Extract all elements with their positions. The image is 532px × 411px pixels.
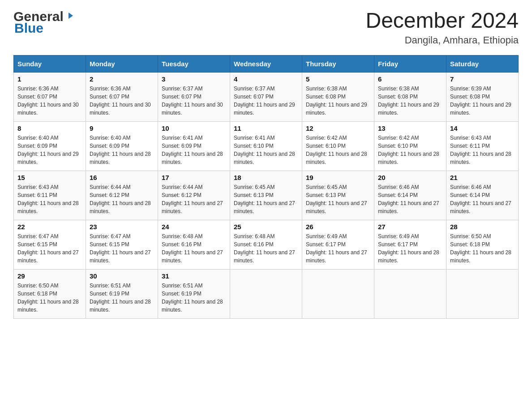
calendar-cell: 18Sunrise: 6:45 AMSunset: 6:13 PMDayligh… [230, 171, 302, 220]
day-number: 4 [234, 75, 298, 83]
day-info: Sunrise: 6:44 AMSunset: 6:12 PMDaylight:… [90, 183, 154, 215]
calendar-cell: 2Sunrise: 6:36 AMSunset: 6:07 PMDaylight… [86, 72, 158, 121]
week-row-2: 8Sunrise: 6:40 AMSunset: 6:09 PMDaylight… [14, 121, 519, 171]
calendar-cell: 25Sunrise: 6:48 AMSunset: 6:16 PMDayligh… [230, 220, 302, 269]
calendar-cell: 27Sunrise: 6:49 AMSunset: 6:17 PMDayligh… [374, 220, 446, 269]
calendar-cell: 30Sunrise: 6:51 AMSunset: 6:19 PMDayligh… [86, 269, 158, 318]
day-info: Sunrise: 6:43 AMSunset: 6:11 PMDaylight:… [17, 183, 82, 215]
calendar-cell: 29Sunrise: 6:50 AMSunset: 6:18 PMDayligh… [14, 269, 86, 318]
day-info: Sunrise: 6:50 AMSunset: 6:18 PMDaylight:… [17, 282, 82, 314]
day-info: Sunrise: 6:47 AMSunset: 6:15 PMDaylight:… [17, 232, 82, 265]
calendar-cell [230, 269, 302, 318]
calendar-cell: 9Sunrise: 6:40 AMSunset: 6:09 PMDaylight… [86, 121, 158, 171]
day-info: Sunrise: 6:38 AMSunset: 6:08 PMDaylight:… [378, 85, 442, 117]
day-number: 6 [378, 75, 442, 83]
logo: General Blue [13, 9, 75, 36]
calendar-cell [302, 269, 374, 318]
location-subtitle: Dangila, Amhara, Ethiopia [365, 34, 519, 46]
column-header-wednesday: Wednesday [230, 55, 302, 72]
day-number: 30 [90, 272, 154, 280]
calendar-cell: 22Sunrise: 6:47 AMSunset: 6:15 PMDayligh… [14, 220, 86, 269]
calendar-cell: 23Sunrise: 6:47 AMSunset: 6:15 PMDayligh… [86, 220, 158, 269]
day-info: Sunrise: 6:36 AMSunset: 6:07 PMDaylight:… [17, 85, 82, 117]
day-number: 28 [450, 223, 515, 231]
day-number: 20 [378, 174, 442, 181]
day-number: 19 [306, 174, 370, 181]
calendar-cell: 20Sunrise: 6:46 AMSunset: 6:14 PMDayligh… [374, 171, 446, 220]
day-info: Sunrise: 6:40 AMSunset: 6:09 PMDaylight:… [17, 134, 82, 166]
week-row-1: 1Sunrise: 6:36 AMSunset: 6:07 PMDaylight… [14, 72, 519, 121]
day-info: Sunrise: 6:49 AMSunset: 6:17 PMDaylight:… [306, 232, 370, 265]
day-info: Sunrise: 6:41 AMSunset: 6:10 PMDaylight:… [234, 134, 298, 166]
day-number: 22 [17, 223, 82, 231]
calendar-cell: 17Sunrise: 6:44 AMSunset: 6:12 PMDayligh… [158, 171, 230, 220]
calendar-cell: 13Sunrise: 6:42 AMSunset: 6:10 PMDayligh… [374, 121, 446, 171]
day-number: 26 [306, 223, 370, 231]
day-info: Sunrise: 6:36 AMSunset: 6:07 PMDaylight:… [90, 85, 154, 117]
week-row-5: 29Sunrise: 6:50 AMSunset: 6:18 PMDayligh… [14, 269, 519, 318]
day-info: Sunrise: 6:51 AMSunset: 6:19 PMDaylight:… [162, 282, 226, 314]
day-number: 31 [162, 272, 226, 280]
day-info: Sunrise: 6:43 AMSunset: 6:11 PMDaylight:… [450, 134, 515, 166]
day-info: Sunrise: 6:44 AMSunset: 6:12 PMDaylight:… [162, 183, 226, 215]
day-number: 13 [378, 124, 442, 132]
calendar-cell: 6Sunrise: 6:38 AMSunset: 6:08 PMDaylight… [374, 72, 446, 121]
calendar-header-row: SundayMondayTuesdayWednesdayThursdayFrid… [14, 55, 519, 72]
calendar-cell: 10Sunrise: 6:41 AMSunset: 6:09 PMDayligh… [158, 121, 230, 171]
day-number: 11 [234, 124, 298, 132]
calendar-cell: 1Sunrise: 6:36 AMSunset: 6:07 PMDaylight… [14, 72, 86, 121]
day-number: 29 [17, 272, 82, 280]
calendar-cell: 24Sunrise: 6:48 AMSunset: 6:16 PMDayligh… [158, 220, 230, 269]
column-header-sunday: Sunday [14, 55, 86, 72]
column-header-thursday: Thursday [302, 55, 374, 72]
logo-chevron-icon [65, 11, 75, 22]
day-number: 16 [90, 174, 154, 181]
day-info: Sunrise: 6:45 AMSunset: 6:13 PMDaylight:… [234, 183, 298, 215]
day-number: 15 [17, 174, 82, 181]
day-info: Sunrise: 6:42 AMSunset: 6:10 PMDaylight:… [306, 134, 370, 166]
day-info: Sunrise: 6:49 AMSunset: 6:17 PMDaylight:… [378, 232, 442, 265]
calendar-table: SundayMondayTuesdayWednesdayThursdayFrid… [13, 55, 519, 319]
calendar-cell: 16Sunrise: 6:44 AMSunset: 6:12 PMDayligh… [86, 171, 158, 220]
day-info: Sunrise: 6:40 AMSunset: 6:09 PMDaylight:… [90, 134, 154, 166]
day-number: 17 [162, 174, 226, 181]
page-header: General Blue December 2024 Dangila, Amha… [13, 9, 519, 46]
calendar-cell: 19Sunrise: 6:45 AMSunset: 6:13 PMDayligh… [302, 171, 374, 220]
title-block: December 2024 Dangila, Amhara, Ethiopia [365, 9, 519, 46]
day-number: 5 [306, 75, 370, 83]
calendar-cell: 14Sunrise: 6:43 AMSunset: 6:11 PMDayligh… [446, 121, 519, 171]
column-header-tuesday: Tuesday [158, 55, 230, 72]
day-number: 25 [234, 223, 298, 231]
day-info: Sunrise: 6:47 AMSunset: 6:15 PMDaylight:… [90, 232, 154, 265]
day-info: Sunrise: 6:51 AMSunset: 6:19 PMDaylight:… [90, 282, 154, 314]
day-number: 9 [90, 124, 154, 132]
calendar-cell: 21Sunrise: 6:46 AMSunset: 6:14 PMDayligh… [446, 171, 519, 220]
day-info: Sunrise: 6:48 AMSunset: 6:16 PMDaylight:… [234, 232, 298, 265]
calendar-cell: 28Sunrise: 6:50 AMSunset: 6:18 PMDayligh… [446, 220, 519, 269]
calendar-cell [446, 269, 519, 318]
calendar-cell: 5Sunrise: 6:38 AMSunset: 6:08 PMDaylight… [302, 72, 374, 121]
day-info: Sunrise: 6:39 AMSunset: 6:08 PMDaylight:… [450, 85, 515, 117]
month-year-title: December 2024 [365, 9, 519, 33]
day-info: Sunrise: 6:45 AMSunset: 6:13 PMDaylight:… [306, 183, 370, 215]
calendar-cell: 26Sunrise: 6:49 AMSunset: 6:17 PMDayligh… [302, 220, 374, 269]
day-number: 21 [450, 174, 515, 181]
day-number: 7 [450, 75, 515, 83]
week-row-3: 15Sunrise: 6:43 AMSunset: 6:11 PMDayligh… [14, 171, 519, 220]
day-info: Sunrise: 6:37 AMSunset: 6:07 PMDaylight:… [162, 85, 226, 117]
day-number: 23 [90, 223, 154, 231]
day-number: 14 [450, 124, 515, 132]
calendar-cell: 12Sunrise: 6:42 AMSunset: 6:10 PMDayligh… [302, 121, 374, 171]
day-number: 8 [17, 124, 82, 132]
week-row-4: 22Sunrise: 6:47 AMSunset: 6:15 PMDayligh… [14, 220, 519, 269]
day-info: Sunrise: 6:42 AMSunset: 6:10 PMDaylight:… [378, 134, 442, 166]
day-number: 1 [17, 75, 82, 83]
column-header-friday: Friday [374, 55, 446, 72]
calendar-cell: 3Sunrise: 6:37 AMSunset: 6:07 PMDaylight… [158, 72, 230, 121]
day-info: Sunrise: 6:38 AMSunset: 6:08 PMDaylight:… [306, 85, 370, 117]
calendar-cell: 8Sunrise: 6:40 AMSunset: 6:09 PMDaylight… [14, 121, 86, 171]
day-number: 10 [162, 124, 226, 132]
day-info: Sunrise: 6:46 AMSunset: 6:14 PMDaylight:… [378, 183, 442, 215]
svg-marker-0 [69, 13, 73, 19]
calendar-cell: 7Sunrise: 6:39 AMSunset: 6:08 PMDaylight… [446, 72, 519, 121]
